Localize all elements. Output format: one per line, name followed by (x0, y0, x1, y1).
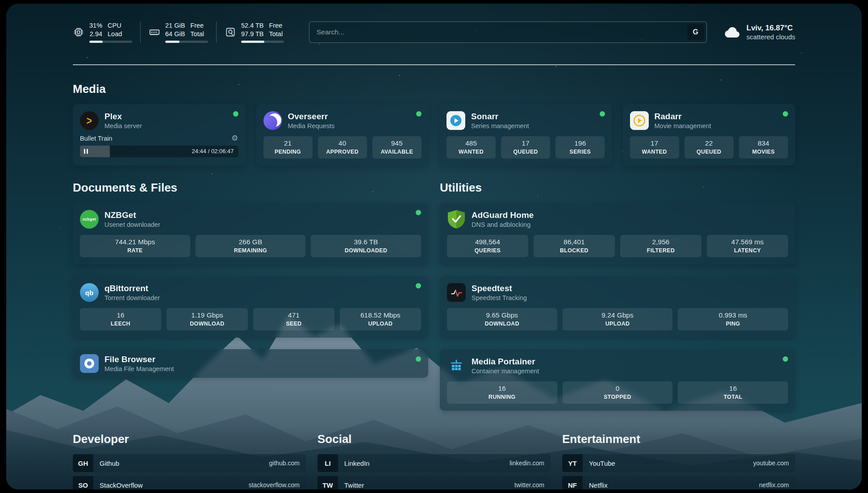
bookmarks-area: Developer GH Github github.com SO StackO… (73, 432, 795, 489)
app-card-adguard[interactable]: AdGuard Home DNS and adblocking 498,564 … (440, 203, 795, 264)
adguard-shield-icon (447, 210, 466, 229)
status-dot-online (416, 356, 421, 362)
stat-label: TOTAL (680, 394, 786, 400)
stats-row: 498,564 QUERIES 86,401 BLOCKED 2,956 FIL… (447, 235, 788, 257)
app-subtitle: Media server (104, 122, 142, 130)
card-header: Overseerr Media Requests (263, 111, 422, 130)
app-card-nzbget[interactable]: nzbget NZBGet Usenet downloader 7 (73, 203, 428, 264)
status-dot-online (783, 356, 788, 362)
bookmark-stackoverflow[interactable]: SO StackOverflow stackoverflow.com (73, 476, 306, 489)
portainer-icon (447, 356, 466, 375)
bookmark-youtube[interactable]: YT YouTube youtube.com (562, 454, 795, 472)
github-badge-icon: GH (73, 454, 93, 472)
app-subtitle: Series management (471, 122, 529, 130)
bookmark-name: LinkedIn (338, 460, 509, 467)
stat-available: 945 AVAILABLE (372, 136, 421, 159)
ram-metric: 21 GiB 64 GiB Free Total (141, 21, 217, 43)
section-utilities: Utilities (440, 181, 795, 411)
search-engine-button[interactable]: G (687, 24, 704, 40)
cpu-metric-body: 31% 2.94 CPU Load (89, 21, 132, 43)
card-header: nzbget NZBGet Usenet downloader (80, 210, 421, 229)
stat-label: QUERIES (449, 247, 526, 254)
linkedin-badge-icon: LI (317, 454, 338, 472)
app-card-portainer[interactable]: Media Portainer Container management 16 … (440, 349, 795, 411)
card-header: Speedtest Speedtest Tracking (447, 283, 788, 302)
screen-frame: 31% 2.94 CPU Load (0, 0, 868, 493)
bookmark-twitter[interactable]: TW Twitter twitter.com (317, 476, 551, 489)
playback-time: 24:44 / 02:06:47 (192, 146, 234, 157)
bookmark-url: netflix.com (759, 481, 795, 489)
stat-pending: 21 PENDING (263, 136, 313, 159)
radarr-icon (630, 111, 649, 130)
app-card-overseerr[interactable]: Overseerr Media Requests 21 PENDING 4 (256, 104, 429, 166)
card-text: Media Portainer Container management (472, 357, 539, 375)
stat-value: 618.52 Mbps (342, 311, 419, 319)
card-header: > Plex Media server (80, 111, 238, 130)
card-text: Sonarr Series management (471, 112, 529, 130)
stat-ping: 0.993 ms PING (678, 308, 788, 330)
section-documents: Documents & Files nzbget NZBGet Usenet d… (73, 181, 428, 378)
stat-label: REMAINING (197, 247, 304, 254)
media-card-grid: > Plex Media server Bullet Train ⚙ (73, 104, 795, 166)
stat-downloaded: 39.6 TB DOWNLOADED (311, 235, 421, 257)
app-card-radarr[interactable]: Radarr Movie management 17 WANTED 22 (623, 104, 796, 166)
app-subtitle: Media Requests (288, 122, 335, 130)
qbittorrent-icon: qb (80, 283, 99, 302)
stat-label: PING (680, 321, 786, 327)
weather-condition: scattered clouds (747, 33, 795, 41)
pause-icon[interactable] (84, 149, 88, 154)
app-card-sonarr[interactable]: Sonarr Series management 485 WANTED 1 (439, 104, 612, 166)
stat-value: 0 (564, 384, 671, 393)
disk-total-value: 97.9 TB (241, 30, 264, 38)
bookmark-netflix[interactable]: NF Netflix netflix.com (562, 476, 795, 489)
settings-gear-icon[interactable]: ⚙ (231, 134, 238, 142)
stat-running: 16 RUNNING (447, 381, 557, 404)
app-card-plex[interactable]: > Plex Media server Bullet Train ⚙ (73, 104, 246, 166)
nzbget-icon: nzbget (80, 210, 99, 229)
stat-value: 86,401 (535, 238, 613, 246)
stat-movies: 834 MOVIES (739, 136, 788, 159)
ram-total-label: Total (190, 30, 204, 38)
card-text: NZBGet Usenet downloader (104, 210, 160, 229)
search-input[interactable] (309, 21, 707, 43)
playback-progressbar[interactable]: 24:44 / 02:06:47 (80, 146, 238, 157)
stat-value: 17 (632, 139, 677, 147)
stat-label: SEED (255, 321, 333, 327)
cpu-progressbar (89, 41, 132, 43)
app-name: Radarr (655, 112, 711, 121)
app-card-filebrowser[interactable]: File Browser Media File Management (73, 349, 428, 378)
stat-label: APPROVED (320, 149, 365, 155)
app-subtitle: Container management (472, 368, 539, 375)
app-card-speedtest[interactable]: Speedtest Speedtest Tracking 9.65 Gbps D… (440, 276, 795, 338)
stat-value: 39.6 TB (313, 238, 419, 246)
stat-value: 9.24 Gbps (564, 311, 671, 319)
disk-total-label: Total (269, 30, 283, 38)
stat-label: LEECH (82, 321, 159, 327)
filebrowser-icon (80, 354, 99, 373)
bookmark-github[interactable]: GH Github github.com (73, 454, 306, 472)
bookmark-name: YouTube (583, 460, 753, 467)
section-social: Social LI LinkedIn linkedin.com TW Twitt… (317, 432, 551, 489)
stat-label: QUEUED (686, 149, 732, 155)
stat-value: 47.569 ms (709, 238, 786, 246)
cpu-load-label: Load (108, 30, 122, 38)
stat-label: STOPPED (564, 394, 671, 400)
card-header: AdGuard Home DNS and adblocking (447, 210, 788, 229)
plex-icon: > (80, 111, 99, 130)
app-name: Speedtest (472, 284, 527, 293)
stat-label: PENDING (265, 149, 311, 155)
stat-label: WANTED (632, 149, 677, 155)
stats-row: 17 WANTED 22 QUEUED 834 MOVIES (630, 136, 789, 159)
section-entertainment: Entertainment YT YouTube youtube.com NF … (562, 432, 795, 489)
stat-download: 9.65 Gbps DOWNLOAD (447, 308, 557, 330)
weather-widget[interactable]: Lviv, 16.87°C scattered clouds (724, 24, 795, 41)
app-card-qbittorrent[interactable]: qb qBittorrent Torrent downloader (73, 276, 428, 338)
stat-value: 2,956 (622, 238, 700, 246)
top-bar: 31% 2.94 CPU Load (73, 4, 795, 43)
stat-label: RATE (82, 247, 188, 254)
stat-value: 196 (557, 139, 603, 147)
ram-free-value: 21 GiB (165, 21, 185, 30)
bookmark-linkedin[interactable]: LI LinkedIn linkedin.com (317, 454, 551, 472)
disk-progressbar (241, 41, 284, 43)
stat-value: 266 GB (197, 238, 304, 246)
